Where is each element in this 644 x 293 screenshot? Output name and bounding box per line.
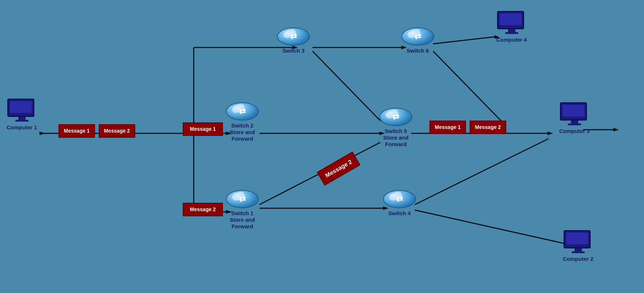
computer2-node: Computer 2	[563, 230, 593, 262]
computer1-node: Computer 1	[7, 99, 37, 131]
switch4-label: Switch 4	[389, 210, 411, 217]
svg-marker-27	[547, 137, 552, 141]
computer1-icon	[7, 99, 37, 122]
svg-marker-25	[548, 132, 553, 135]
switch6-label: Switch 6	[407, 47, 429, 54]
svg-line-12	[312, 51, 380, 121]
message1-comp1: Message 1	[58, 124, 95, 138]
computer4-icon	[497, 11, 526, 35]
message2-sw5: Message 2	[470, 121, 506, 134]
computer4-node: Computer 4	[496, 11, 527, 43]
switch2-label: Switch 2Store andForward	[230, 122, 255, 142]
computer4-label: Computer 4	[496, 37, 527, 43]
switch5-node: ⇄ Switch 5Store andForward	[379, 108, 412, 148]
message1-sw5: Message 1	[429, 121, 466, 134]
svg-marker-32	[39, 132, 45, 135]
switch2-icon: ⇄	[226, 102, 259, 121]
switch2-node: ⇄ Switch 2Store andForward	[226, 102, 259, 142]
network-diagram: Computer 1 Message 1 Message 2 ⇄ Switch …	[0, 0, 644, 293]
switch3-node: ⇄ Switch 3	[277, 27, 310, 54]
svg-marker-31	[613, 128, 619, 132]
connections-layer	[0, 0, 644, 293]
switch5-icon: ⇄	[379, 108, 412, 126]
computer1-label: Computer 1	[7, 124, 37, 131]
svg-line-26	[415, 139, 548, 205]
switch6-node: ⇄ Switch 6	[401, 27, 434, 54]
switch6-icon: ⇄	[401, 27, 434, 46]
switch3-label: Switch 3	[283, 47, 305, 54]
svg-line-28	[415, 210, 570, 245]
switch4-node: ⇄ Switch 4	[383, 190, 416, 217]
message2-sw1: Message 2	[183, 203, 223, 216]
computer3-icon	[560, 102, 589, 126]
switch5-label: Switch 5Store andForward	[383, 128, 408, 148]
svg-line-20	[433, 37, 497, 44]
computer2-label: Computer 2	[563, 256, 593, 262]
switch1-node: ⇄ Switch 1Store andForward	[226, 190, 259, 230]
switch1-label: Switch 1Store andForward	[230, 210, 255, 230]
switch3-icon: ⇄	[277, 27, 310, 46]
message2-diagonal: Message 2	[317, 152, 360, 186]
computer3-label: Computer 3	[559, 128, 590, 134]
message2-comp1: Message 2	[99, 124, 135, 138]
computer3-node: Computer 3	[559, 102, 590, 134]
switch4-icon: ⇄	[383, 190, 416, 208]
message1-sw2: Message 1	[183, 122, 223, 136]
svg-line-22	[433, 51, 504, 124]
computer2-icon	[564, 230, 593, 254]
switch1-icon: ⇄	[226, 190, 259, 208]
